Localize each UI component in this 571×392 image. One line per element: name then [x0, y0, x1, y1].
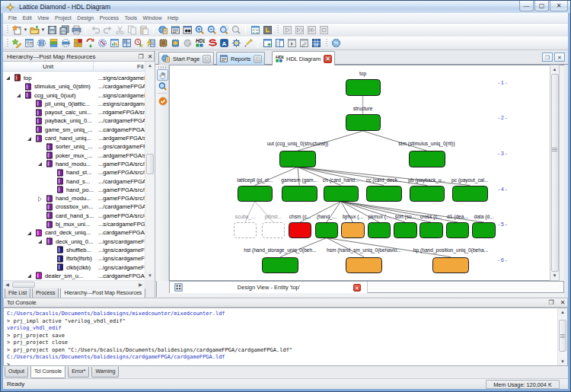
- tab-start-page[interactable]: Start Page✕: [158, 52, 214, 65]
- design-view-tab[interactable]: Design View - Entity 'top' ✕: [170, 282, 368, 293]
- expanded-arrow-icon[interactable]: [37, 161, 43, 167]
- expanded-arrow-icon[interactable]: [26, 135, 33, 142]
- zoom-fit-icon[interactable]: [231, 24, 242, 36]
- diagram-node[interactable]: [346, 79, 381, 96]
- tree-row[interactable]: card_hand_s......gameFPGA/src/c: [3, 212, 145, 220]
- menu-file[interactable]: File: [5, 15, 20, 21]
- programmer-icon[interactable]: [170, 37, 181, 49]
- scroll-thumb[interactable]: [551, 74, 559, 272]
- tab-close-icon[interactable]: ✕: [254, 55, 262, 63]
- tree-row[interactable]: hand_s....../cardgameFPGA/: [3, 177, 145, 186]
- new-document-icon[interactable]: [11, 24, 23, 36]
- new-design-icon[interactable]: [11, 37, 23, 49]
- tree-row[interactable]: bj_mux_uni......s/cardgameFPGA: [3, 221, 145, 229]
- output-tab-output[interactable]: Output: [5, 367, 28, 378]
- strategy-icon[interactable]: [48, 37, 59, 49]
- diagram-node[interactable]: [346, 114, 381, 131]
- tree-row[interactable]: poker_mux_......ardgameFPGA/sr: [3, 151, 145, 160]
- paste-icon[interactable]: [139, 24, 150, 36]
- console-titlebar[interactable]: Tcl Console ❐ ✕: [3, 298, 568, 308]
- tab-close-icon[interactable]: ✕: [324, 55, 332, 63]
- tree-row[interactable]: deck_uniq_0......igns/cardgameFP: [3, 237, 145, 246]
- scroll-up-icon[interactable]: ▲: [550, 65, 559, 74]
- check-tool-icon[interactable]: [157, 95, 168, 107]
- menu-window[interactable]: Window: [140, 15, 165, 21]
- tree-row[interactable]: hand_st......gameFPGA/src/h: [3, 169, 145, 177]
- expanded-arrow-icon[interactable]: [26, 230, 33, 237]
- scroll-thumb[interactable]: [146, 154, 154, 174]
- titlebar[interactable]: Lattice Diamond - HDL Diagram — ▢ ✕: [1, 1, 570, 13]
- power-calculator-icon[interactable]: [145, 37, 157, 49]
- tab-reports[interactable]: Reports✕: [216, 52, 265, 65]
- hierarchy-close-icon[interactable]: ✕: [146, 53, 154, 61]
- toolbar-handle[interactable]: [276, 25, 281, 34]
- timing-analysis-icon[interactable]: [97, 37, 108, 49]
- find-in-design-icon[interactable]: [182, 24, 193, 36]
- tree-row[interactable]: crossbox_un....../cardgameFPGA/: [3, 203, 145, 212]
- tree-row[interactable]: clkb(clkb)...igns/cardgameFP: [3, 263, 145, 272]
- new-document-dropdown-icon[interactable]: ▼: [23, 24, 28, 36]
- maximize-button[interactable]: ▢: [534, 1, 549, 11]
- menu-help[interactable]: Help: [164, 15, 181, 21]
- output-tab-error-[interactable]: Error*: [68, 367, 89, 378]
- scroll-up-icon[interactable]: ▲: [145, 62, 155, 70]
- diagram-node[interactable]: [262, 222, 286, 238]
- swirl-disabled-icon[interactable]: [182, 37, 193, 49]
- tree-row[interactable]: dealer_sm_u......cardgameFPGA/s: [3, 272, 145, 280]
- expanded-arrow-icon[interactable]: [26, 272, 33, 279]
- document-float-icon[interactable]: ❐: [542, 53, 553, 62]
- save-icon[interactable]: [46, 24, 58, 36]
- diagram-node[interactable]: [446, 222, 470, 238]
- diagram-node[interactable]: [238, 186, 273, 202]
- document-close-icon[interactable]: ✕: [554, 53, 565, 62]
- chart-view-icon[interactable]: [109, 37, 120, 49]
- menu-project[interactable]: Project: [52, 15, 74, 21]
- scroll-down-icon[interactable]: ▼: [550, 272, 559, 280]
- timeline-icon[interactable]: [262, 24, 273, 36]
- scroll-left-icon[interactable]: ◀: [3, 281, 11, 288]
- tree-row[interactable]: sorter_uniq_......gns/cardgameFP: [3, 143, 145, 151]
- console-close-icon[interactable]: ✕: [559, 299, 566, 307]
- diagram-node[interactable]: [346, 257, 382, 273]
- tab-close-icon[interactable]: ✕: [203, 55, 211, 63]
- zoom-area-icon[interactable]: [219, 24, 230, 36]
- tree-row[interactable]: card_hand_uniq......ardgameFPGA/sr: [3, 135, 145, 143]
- project-summary-icon[interactable]: [24, 37, 35, 49]
- diagram-node[interactable]: [341, 222, 365, 238]
- output-tab-warning[interactable]: Warning: [91, 367, 119, 378]
- pan-tool-icon[interactable]: [157, 69, 168, 81]
- diagram-canvas[interactable]: topstructureuut (ccg_uniq_0(structural))…: [169, 65, 550, 281]
- menu-tools[interactable]: Tools: [122, 15, 140, 21]
- open-project-dropdown-icon[interactable]: ▼: [40, 24, 46, 36]
- tab-hdl-diagram[interactable]: HDLHDL Diagram✕: [272, 51, 335, 65]
- hierarchy-float-icon[interactable]: ❐: [137, 53, 145, 61]
- tree-row[interactable]: shuffleb......igns/cardgameFP: [3, 246, 145, 254]
- tree-row[interactable]: pll_uniq_0(lattic......esigns/cardgame: [3, 100, 145, 108]
- diagram-node[interactable]: [282, 186, 317, 202]
- rerun-icon[interactable]: [294, 24, 305, 36]
- device-blocks-icon[interactable]: [72, 37, 84, 49]
- tree-row[interactable]: payout_calc_uni......rdgameFPGA/src,: [3, 109, 145, 117]
- window-grid-icon[interactable]: 10: [311, 37, 322, 49]
- reports-icon[interactable]: [170, 24, 181, 36]
- expanded-arrow-icon[interactable]: [5, 75, 11, 81]
- window-run-icon[interactable]: [286, 37, 298, 49]
- diagram-node[interactable]: [315, 222, 339, 238]
- diagram-node[interactable]: [432, 257, 469, 273]
- diagram-node[interactable]: [472, 222, 496, 238]
- package-view-icon[interactable]: [60, 37, 72, 49]
- active-hdl-icon[interactable]: A: [219, 37, 230, 49]
- collapsed-arrow-icon[interactable]: [37, 196, 43, 202]
- tree-row[interactable]: payback_uniq_0....../cardgameFPGA/: [3, 117, 145, 126]
- console-output[interactable]: C:/Users/bcaslis/Documents/balidesigns/m…: [3, 308, 568, 366]
- diagram-node[interactable]: [368, 222, 391, 238]
- web-icon[interactable]: [330, 37, 342, 49]
- diagram-node[interactable]: [409, 151, 445, 167]
- minimize-button[interactable]: —: [519, 1, 534, 11]
- scroll-down-icon[interactable]: ▼: [558, 358, 567, 365]
- tree-row[interactable]: hand_po......gameFPGA/src/h: [3, 186, 145, 194]
- diagram-node[interactable]: [262, 257, 298, 273]
- tree-row[interactable]: card_deck_uniq......cardgameFPGA/s: [3, 229, 145, 237]
- close-button[interactable]: ✕: [550, 1, 568, 11]
- diagram-node[interactable]: [419, 222, 443, 238]
